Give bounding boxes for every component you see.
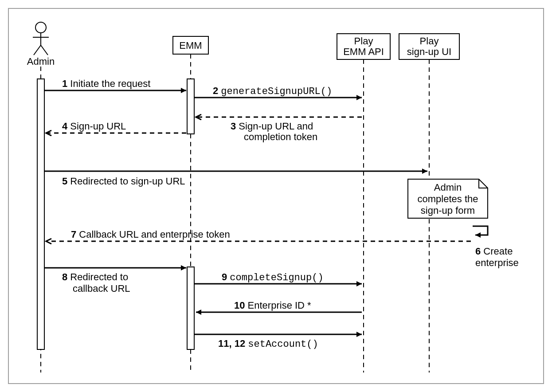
message-8: 8 Redirected to callback URL: [44, 268, 186, 294]
message-11-text: setAccount(): [248, 339, 318, 350]
activation-emm-2: [187, 267, 194, 349]
svg-text:6 Create: 6 Create: [475, 246, 513, 257]
note-signup-form: Admin completes the sign-up form: [408, 179, 488, 218]
message-6: 6 Create enterprise: [473, 226, 519, 268]
message-5-text: Redirected to sign-up URL: [67, 176, 185, 187]
message-1: 1 Initiate the request: [44, 78, 186, 90]
note-line-3: sign-up form: [421, 205, 475, 216]
message-4-text: Sign-up URL: [67, 121, 126, 132]
participant-emm: EMM: [173, 36, 208, 54]
participant-play-api-label-1: Play: [354, 35, 373, 47]
actor-admin: Admin: [27, 22, 55, 67]
participant-play-api: Play EMM API: [337, 34, 390, 59]
message-7-text: Callback URL and enterprise token: [76, 229, 230, 240]
message-8-text-2: callback URL: [73, 283, 130, 294]
message-4-num: 4: [62, 121, 68, 132]
svg-line-4: [41, 45, 48, 55]
message-4: 4 Sign-up URL: [46, 121, 186, 133]
participant-play-ui-label-2: sign-up UI: [407, 46, 451, 57]
message-11-num: 11, 12: [218, 338, 248, 349]
message-9-num: 9: [222, 271, 230, 282]
svg-text:1 Initiate the request: 1 Initiate the request: [62, 78, 150, 89]
message-2: 2 generateSignupURL(): [194, 85, 362, 98]
svg-text:8 Redirected to: 8 Redirected to: [62, 271, 128, 282]
message-6-text-2: enterprise: [475, 257, 519, 268]
activation-emm-1: [187, 79, 194, 134]
activation-admin: [37, 79, 44, 349]
message-8-num: 8: [62, 271, 67, 282]
message-10: 10 Enterprise ID *: [196, 300, 362, 312]
participant-play-api-label-2: EMM API: [343, 46, 384, 57]
note-line-1: Admin: [434, 182, 462, 193]
message-9-text: completeSignup(): [230, 272, 323, 283]
message-7-num: 7: [71, 229, 76, 240]
svg-line-3: [34, 45, 41, 55]
message-6-text-1: Create: [481, 246, 513, 257]
svg-text:7 Callback URL and enterprise : 7 Callback URL and enterprise token: [71, 229, 230, 240]
svg-text:5 Redirected to sign-up URL: 5 Redirected to sign-up URL: [62, 176, 185, 187]
participant-emm-label: EMM: [179, 40, 202, 51]
svg-point-0: [35, 22, 46, 33]
svg-text:11, 12 setAccount(): 11, 12 setAccount(): [218, 338, 318, 350]
svg-text:4 Sign-up URL: 4 Sign-up URL: [62, 121, 126, 132]
svg-text:3 Sign-up URL and: 3 Sign-up URL and: [231, 121, 313, 132]
message-3-text-2: completion token: [244, 131, 317, 142]
message-5: 5 Redirected to sign-up URL: [44, 171, 427, 187]
message-3-num: 3: [231, 121, 236, 132]
message-6-num: 6: [475, 246, 481, 257]
actor-admin-label: Admin: [27, 56, 55, 67]
svg-text:2 generateSignupURL(): 2 generateSignupURL(): [213, 85, 332, 97]
message-10-num: 10: [234, 300, 245, 311]
participant-play-ui: Play sign-up UI: [399, 34, 459, 59]
message-10-text: Enterprise ID *: [245, 300, 311, 311]
message-1-text: Initiate the request: [67, 78, 150, 89]
message-1-num: 1: [62, 78, 67, 89]
note-line-2: completes the: [418, 193, 478, 204]
svg-text:9 completeSignup(): 9 completeSignup(): [222, 271, 324, 283]
sequence-diagram-svg: Admin EMM Play EMM API Play sign-up UI 1…: [9, 9, 545, 385]
message-11-12: 11, 12 setAccount(): [194, 334, 362, 350]
message-3-text-1: Sign-up URL and: [236, 121, 313, 132]
sequence-diagram-frame: Admin EMM Play EMM API Play sign-up UI 1…: [8, 8, 544, 384]
message-2-num: 2: [213, 85, 221, 96]
message-2-text: generateSignupURL(): [221, 86, 332, 97]
message-7: 7 Callback URL and enterprise token: [46, 229, 471, 241]
message-3: 3 Sign-up URL and completion token: [196, 117, 362, 142]
svg-text:10 Enterprise ID *: 10 Enterprise ID *: [234, 300, 311, 311]
message-5-num: 5: [62, 176, 67, 187]
message-9: 9 completeSignup(): [194, 271, 362, 284]
participant-play-ui-label-1: Play: [420, 35, 439, 47]
message-8-text-1: Redirected to: [67, 271, 128, 282]
